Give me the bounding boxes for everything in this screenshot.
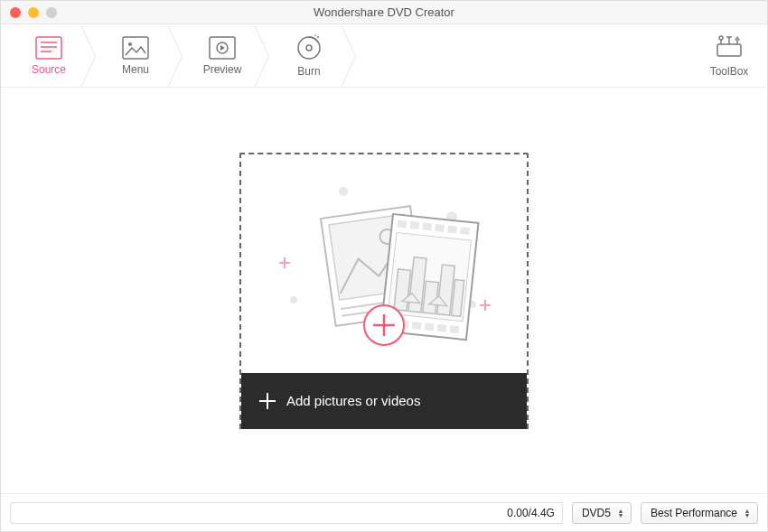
toolbar: Source Menu Preview xyxy=(1,24,767,88)
burn-icon xyxy=(295,34,323,61)
svg-rect-42 xyxy=(425,322,435,331)
svg-rect-38 xyxy=(460,226,470,234)
app-title: Wondershare DVD Creator xyxy=(1,5,767,19)
menu-icon xyxy=(122,36,149,60)
quality-value: Best Performance xyxy=(651,507,737,519)
minimize-icon[interactable] xyxy=(28,7,39,18)
preview-icon xyxy=(209,36,236,60)
svg-rect-43 xyxy=(437,323,447,331)
svg-rect-0 xyxy=(36,37,61,59)
tab-preview[interactable]: Preview xyxy=(185,24,259,87)
chevron-divider-icon xyxy=(173,24,185,87)
svg-rect-44 xyxy=(450,325,460,333)
add-media-button[interactable]: Add pictures or videos xyxy=(241,373,527,429)
maximize-icon[interactable] xyxy=(46,7,57,18)
media-illustration-icon xyxy=(258,164,510,363)
svg-rect-35 xyxy=(422,222,432,230)
svg-point-11 xyxy=(317,36,319,38)
svg-rect-48 xyxy=(423,281,439,313)
svg-rect-41 xyxy=(412,321,422,329)
svg-rect-13 xyxy=(717,44,741,56)
close-icon[interactable] xyxy=(10,7,21,18)
main-content: Add pictures or videos xyxy=(1,88,767,493)
tab-preview-label: Preview xyxy=(203,63,242,76)
tab-menu[interactable]: Menu xyxy=(98,24,173,87)
toolbox-button[interactable]: ToolBox xyxy=(702,34,756,78)
size-readout-value: 0.00/4.4G xyxy=(507,507,555,519)
titlebar: Wondershare DVD Creator xyxy=(1,1,767,24)
svg-point-15 xyxy=(719,36,723,40)
svg-marker-8 xyxy=(220,45,225,51)
svg-point-21 xyxy=(290,296,297,303)
toolbox-icon xyxy=(716,34,743,61)
chevron-divider-icon xyxy=(86,24,98,87)
svg-rect-4 xyxy=(123,37,148,59)
source-icon xyxy=(35,36,62,60)
window-controls xyxy=(1,7,57,18)
svg-rect-33 xyxy=(398,219,407,228)
quality-select[interactable]: Best Performance ▲▼ xyxy=(641,502,758,524)
tab-burn-label: Burn xyxy=(297,65,320,78)
svg-point-5 xyxy=(128,42,132,46)
tab-menu-label: Menu xyxy=(122,63,149,76)
statusbar: 0.00/4.4G DVD5 ▲▼ Best Performance ▲▼ xyxy=(1,493,767,531)
svg-rect-36 xyxy=(435,223,445,231)
chevron-divider-icon xyxy=(259,24,272,87)
stepper-arrows-icon: ▲▼ xyxy=(743,509,752,518)
chevron-divider-icon xyxy=(346,24,359,87)
toolbox-label: ToolBox xyxy=(710,65,749,78)
stepper-arrows-icon: ▲▼ xyxy=(616,509,625,518)
dropzone-illustration xyxy=(241,154,527,373)
tab-source[interactable]: Source xyxy=(12,24,86,87)
step-tabs: Source Menu Preview xyxy=(12,24,359,87)
svg-point-10 xyxy=(306,45,312,51)
size-readout: 0.00/4.4G xyxy=(10,502,563,524)
tab-burn[interactable]: Burn xyxy=(272,24,346,87)
svg-rect-34 xyxy=(409,221,419,229)
svg-point-19 xyxy=(339,187,348,196)
plus-icon xyxy=(259,393,276,409)
svg-point-12 xyxy=(314,34,316,36)
disc-type-value: DVD5 xyxy=(582,507,611,519)
disc-type-select[interactable]: DVD5 ▲▼ xyxy=(572,502,632,524)
add-media-label: Add pictures or videos xyxy=(286,393,420,408)
dropzone[interactable]: Add pictures or videos xyxy=(239,153,529,429)
svg-rect-37 xyxy=(447,225,457,233)
tab-source-label: Source xyxy=(32,63,66,76)
